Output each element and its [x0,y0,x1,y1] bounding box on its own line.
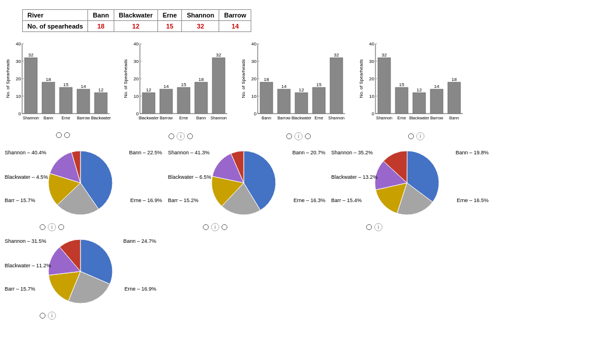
svg-text:Erne: Erne [180,116,188,120]
bar-chart-wrapper: No. of Spearheads01020304018Bann14Barrow… [240,38,357,140]
chart-radio-button[interactable] [408,133,414,139]
pie-outer: Shannon – 40.4%Blackwater – 4.5%Barr – 1… [5,145,162,221]
data-table: RiverBannBlackwaterErneShannonBarrow No.… [22,9,251,32]
svg-text:30: 30 [16,59,21,64]
chart-info-button[interactable]: i [416,132,424,140]
svg-rect-81 [330,58,343,114]
pie-section: Shannon – 35.2%Blackwater – 13.2%Barr – … [331,145,489,231]
pie-chart-svg [40,234,121,309]
table-cell: 15 [157,21,181,32]
pie-legend-label: Shannon – 41.3% [168,150,210,156]
chart-radio-button[interactable] [56,132,62,138]
pie-legend-label: Shannon – 31.5% [5,238,47,244]
svg-text:Erne: Erne [315,116,324,120]
pie-legend-label: Erne – 16.9% [130,197,162,203]
svg-text:18: 18 [452,77,457,82]
bar-chart-svg: No. of Spearheads01020304032Shannon18Ban… [5,38,121,131]
svg-text:15: 15 [317,82,322,87]
pie-legend-label: Erne – 16.3% [293,197,325,203]
pie-legend-label: Shannon – 35.2% [331,150,373,156]
pie-outer: Shannon – 35.2%Blackwater – 13.2%Barr – … [331,145,489,221]
svg-text:15: 15 [64,82,69,87]
radio-info-row: i [408,132,424,140]
bar-chart-svg: No. of Spearheads01020304032Shannon15Ern… [358,38,475,131]
table-header: Blackwater [114,10,157,21]
svg-text:Bann: Bann [262,116,271,120]
svg-text:Blackwater: Blackwater [91,116,111,120]
svg-text:Blackwater: Blackwater [139,116,159,120]
svg-text:12: 12 [417,87,422,93]
pie-radio-button-2[interactable] [222,224,227,230]
svg-text:0: 0 [254,111,257,116]
svg-text:40: 40 [134,41,139,47]
chart-radio-button-2[interactable] [64,132,70,138]
svg-text:Barrow: Barrow [278,116,291,120]
pie-radio-button-2[interactable] [58,224,64,230]
pie-info-button[interactable]: i [48,223,56,231]
svg-text:32: 32 [216,52,222,58]
svg-rect-22 [77,89,90,114]
svg-rect-41 [142,93,155,114]
svg-rect-25 [94,93,107,114]
svg-text:Barrow: Barrow [160,116,173,120]
table-cell: 32 [182,21,219,32]
svg-text:20: 20 [134,76,139,82]
table-cell: 14 [219,21,251,32]
pie-chart-svg [203,145,285,221]
svg-text:14: 14 [164,84,169,89]
svg-text:Shannon: Shannon [210,116,227,120]
pie-legend-label: Barr – 15.2% [168,197,199,203]
svg-rect-19 [59,87,72,114]
svg-rect-75 [295,93,308,114]
pie-radio-row: i [168,223,325,231]
svg-rect-109 [448,82,461,114]
chart-info-button[interactable]: i [294,132,303,140]
pie-legend-label: Bann – 19.8% [455,150,489,156]
chart-radio-button[interactable] [168,133,174,139]
chart-radio-button-2[interactable] [187,133,193,139]
svg-text:20: 20 [16,76,21,82]
pie-info-button-4[interactable]: i [48,312,56,320]
pie-info-button[interactable]: i [211,223,219,231]
svg-text:Shannon: Shannon [328,116,345,120]
bar-chart-wrapper: No. of Spearheads01020304012Blackwater14… [122,38,239,140]
svg-text:12: 12 [146,87,152,93]
svg-text:18: 18 [199,77,204,82]
svg-text:14: 14 [81,84,86,89]
pie-info-button[interactable]: i [374,223,382,231]
svg-text:40: 40 [369,41,374,47]
pie-legend-label: Blackwater – 13.2% [331,174,378,180]
table-cell: 12 [114,21,157,32]
svg-text:20: 20 [251,76,257,82]
table-header: Bann [88,10,114,21]
svg-text:30: 30 [369,59,374,64]
svg-text:20: 20 [369,76,374,82]
bar-chart-wrapper: No. of Spearheads01020304032Shannon15Ern… [358,38,475,140]
svg-text:12: 12 [99,87,104,93]
pie-radio-button[interactable] [366,224,372,230]
bar-charts-row: No. of Spearheads01020304032Shannon18Ban… [5,38,592,140]
table-row-label: No. of spearheads [23,21,88,32]
chart-info-button[interactable]: i [177,132,185,140]
pie-outer-4: Shannon – 31.5%Blackwater – 11.2%Barr – … [5,234,162,309]
pie-radio-button-4[interactable] [40,313,45,319]
pie-radio-button[interactable] [203,224,209,230]
svg-text:Shannon: Shannon [376,116,392,120]
pie-radio-button[interactable] [40,224,45,230]
pie-section: Shannon – 41.3%Blackwater – 6.5%Barr – 1… [168,145,325,231]
pie-charts-container: Shannon – 40.4%Blackwater – 4.5%Barr – 1… [5,145,592,320]
pie-radio-row: i [331,223,489,231]
chart-radio-button[interactable] [286,133,292,139]
chart-radio-button-2[interactable] [305,133,311,139]
svg-text:30: 30 [134,59,139,64]
pie-legend-label: Barr – 15.7% [5,286,36,292]
pie-legend-label: Erne – 16.5% [456,197,489,203]
svg-rect-50 [195,82,208,114]
svg-text:No. of Spearheads: No. of Spearheads [359,59,364,98]
pie-row-1: Shannon – 40.4%Blackwater – 4.5%Barr – 1… [5,145,592,231]
pie-legend-label: Bann – 20.7% [292,150,325,156]
svg-rect-53 [212,58,225,114]
svg-text:0: 0 [372,111,375,116]
svg-text:Shannon: Shannon [23,116,39,120]
radio-info-row: i [168,132,193,140]
